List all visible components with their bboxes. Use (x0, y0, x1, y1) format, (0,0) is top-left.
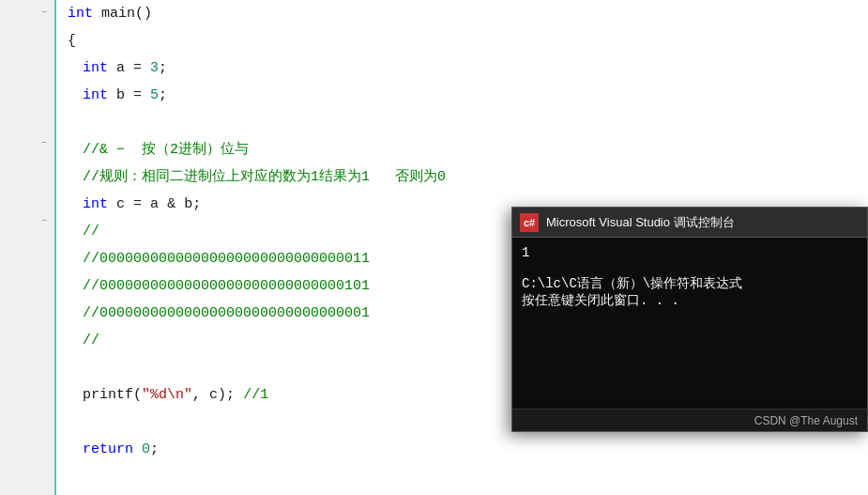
comment-9: // (83, 218, 99, 245)
num-3: 3 (150, 54, 159, 82)
console-app-icon: c# (520, 213, 539, 232)
code-line-7: //规则：相同二进制位上对应的数为1结果为1 否则为0 (56, 163, 868, 191)
gutter-line-18 (0, 442, 54, 469)
semi-2: ; (159, 82, 167, 109)
code-line-1: int main() (56, 0, 868, 27)
printf-paren: ( (133, 381, 142, 409)
code-line-19: } (56, 490, 868, 495)
gutter-line-5 (0, 104, 54, 131)
console-footer-text: CSDN @The August (754, 414, 858, 427)
keyword-return: return (83, 436, 133, 463)
op-eq-1: = (133, 54, 142, 82)
var-a: a (116, 54, 125, 82)
gutter-line-9: − (0, 209, 54, 235)
code-line-17: return 0; (56, 436, 868, 463)
code-line-6: //& − 按（2进制）位与 (56, 136, 868, 163)
console-title: Microsoft Visual Studio 调试控制台 (546, 214, 735, 231)
fn-name: main (101, 0, 135, 27)
gutter-line-12 (0, 286, 54, 313)
brace-close: } (68, 490, 76, 495)
keyword-int-3: int (83, 82, 108, 109)
line-gutter: − − − (0, 0, 56, 495)
var-a-ref: a (150, 191, 159, 218)
gutter-line-17 (0, 417, 54, 443)
gutter-line-19 (0, 469, 54, 495)
brace-open: { (68, 27, 76, 54)
comment-10: //00000000000000000000000000000011 (83, 245, 370, 272)
gutter-line-14 (0, 339, 54, 365)
op-eq-2: = (133, 82, 142, 109)
console-titlebar: c# Microsoft Visual Studio 调试控制台 (512, 208, 867, 238)
code-line-5 (56, 109, 868, 136)
op-and: & (167, 191, 175, 218)
comment-7: //规则：相同二进制位上对应的数为1结果为1 否则为0 (83, 163, 446, 191)
console-footer: CSDN @The August (512, 409, 867, 431)
collapse-icon-6[interactable]: − (41, 138, 47, 148)
printf-close: ); (218, 381, 235, 409)
gutter-line-16 (0, 391, 54, 417)
gutter-line-7 (0, 156, 54, 182)
gutter-line-6: − (0, 131, 54, 157)
code-line-2: { (56, 27, 868, 54)
semi-4: ; (150, 436, 159, 463)
gutter-line-15 (0, 364, 54, 391)
var-c-ref: c (209, 381, 218, 409)
keyword-int-2: int (83, 54, 108, 82)
console-output-3: C:\lc\C语言（新）\操作符和表达式 (522, 275, 858, 292)
semi-1: ; (159, 54, 167, 82)
gutter-line-3 (0, 52, 54, 78)
console-output-2 (522, 260, 858, 275)
code-line-18 (56, 463, 868, 490)
code-line-3: int a = 3; (56, 54, 868, 82)
gutter-line-1: − (0, 0, 54, 26)
semi-3: ; (192, 191, 201, 218)
comment-11: //00000000000000000000000000000101 (83, 272, 370, 300)
collapse-icon-1[interactable]: − (41, 8, 47, 18)
gutter-line-13 (0, 313, 54, 339)
comment-15: //1 (243, 381, 268, 409)
collapse-icon-9[interactable]: − (41, 216, 47, 226)
gutter-line-4 (0, 78, 54, 104)
console-output-1: 1 (522, 245, 858, 260)
comma: , (192, 381, 201, 409)
num-0: 0 (142, 436, 150, 463)
gutter-line-2 (0, 26, 54, 53)
var-c: c (116, 191, 125, 218)
gutter-line-10 (0, 235, 54, 261)
console-body: 1 C:\lc\C语言（新）\操作符和表达式 按任意键关闭此窗口. . . (512, 238, 867, 409)
format-str: "%d\n" (142, 381, 192, 409)
comment-12: //00000000000000000000000000000001 (83, 300, 370, 327)
keyword-int-4: int (83, 191, 108, 218)
gutter-line-8 (0, 182, 54, 209)
console-output-4: 按任意键关闭此窗口. . . (522, 292, 858, 309)
var-b: b (116, 82, 125, 109)
paren-open: () (135, 0, 152, 27)
keyword-int-1: int (68, 0, 93, 27)
comment-13: // (83, 327, 99, 354)
comment-6: //& − 按（2进制）位与 (83, 136, 249, 163)
console-window[interactable]: c# Microsoft Visual Studio 调试控制台 1 C:\lc… (511, 207, 868, 432)
printf-fn: printf (83, 381, 133, 409)
num-5: 5 (150, 82, 159, 109)
gutter-line-11 (0, 260, 54, 286)
op-eq-3: = (133, 191, 142, 218)
editor-container: − − − int main() { (0, 0, 868, 495)
var-b-ref: b (184, 191, 192, 218)
code-line-4: int b = 5; (56, 82, 868, 109)
